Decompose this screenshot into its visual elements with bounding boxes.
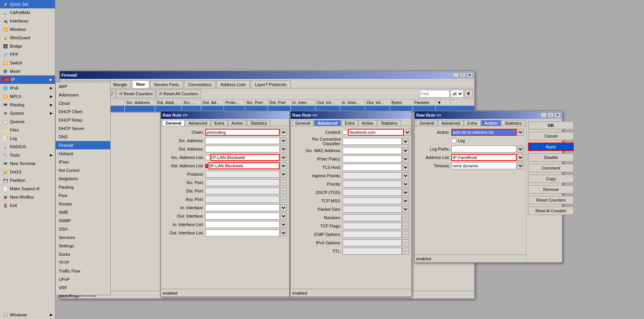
tls-host-input[interactable] <box>343 164 402 171</box>
packet-size-input[interactable] <box>343 206 402 213</box>
src-address-list-dropdown[interactable]: ▼ <box>280 154 287 161</box>
action-input[interactable] <box>451 129 517 136</box>
priority-input[interactable] <box>343 181 402 188</box>
adv-tab-advanced[interactable]: Advanced <box>314 120 341 126</box>
find-dropdown-btn[interactable]: ▼ <box>464 90 473 98</box>
sub-item-kid-control[interactable]: Kid Control <box>56 166 110 175</box>
sub-item-hotspot[interactable]: Hotspot <box>56 149 110 158</box>
sidebar-item-windows[interactable]: 🪟 Windows ▶ <box>0 311 55 319</box>
dscp-input[interactable] <box>343 189 402 196</box>
ok-button[interactable]: OK <box>528 121 574 130</box>
dialog-tab-statistics[interactable]: Statistics <box>247 120 270 126</box>
tcp-flags-dropdown[interactable]: ▼ <box>402 223 409 229</box>
in-interface-list-dropdown[interactable]: ▼ <box>280 221 287 228</box>
action-dropdown[interactable]: ▼ <box>517 129 524 136</box>
find-input[interactable] <box>419 90 450 98</box>
dst-address-dropdown[interactable]: ▼ <box>280 146 287 152</box>
chain-dropdown[interactable]: ▼ <box>280 129 287 136</box>
tab-layer7[interactable]: Layer7 Protocols <box>251 80 291 88</box>
cancel-button[interactable]: Cancel <box>528 132 574 140</box>
remove-button[interactable]: Remove <box>528 185 574 194</box>
tab-mangle[interactable]: Mangle <box>109 80 131 88</box>
reset-counters-btn[interactable]: ↺ Reset Counters <box>116 90 155 98</box>
timeout-dropdown[interactable]: ▼ <box>517 162 524 169</box>
tab-address-lists[interactable]: Address Lists <box>216 80 250 88</box>
log-prefix-dropdown[interactable]: ▼ <box>517 146 524 152</box>
out-interface-input[interactable] <box>205 213 280 220</box>
tcp-mss-dropdown[interactable]: ▼ <box>402 197 409 204</box>
sub-item-neighbors[interactable]: Neighbors <box>56 175 110 183</box>
tab-raw[interactable]: Raw <box>132 80 149 88</box>
act-tab-general[interactable]: General <box>416 120 438 126</box>
sub-item-ssh[interactable]: SSH <box>56 225 110 233</box>
adv-tab-extra[interactable]: Extra <box>341 120 358 126</box>
firewall-maximize-btn[interactable]: □ <box>460 72 466 78</box>
sidebar-item-ipv6[interactable]: 🌐 IPv6 ▶ <box>0 84 55 92</box>
sub-item-web-proxy[interactable]: Web Proxy <box>56 292 110 300</box>
in-interface-dropdown[interactable]: ▼ <box>280 204 287 211</box>
firewall-close-btn[interactable]: ✕ <box>467 72 473 78</box>
sidebar-item-interfaces[interactable]: 🔌 Interfaces <box>0 17 55 25</box>
sub-item-cloud[interactable]: Cloud <box>56 99 110 107</box>
src-address-list-check[interactable] <box>205 155 210 160</box>
src-port-dropdown[interactable]: ▼ <box>280 179 287 186</box>
dialog-tab-advanced[interactable]: Advanced <box>185 120 211 126</box>
sub-item-dns[interactable]: DNS <box>56 133 110 141</box>
tcp-flags-input[interactable] <box>343 223 402 229</box>
comment-button[interactable]: Comment <box>528 164 574 172</box>
sub-item-routes[interactable]: Routes <box>56 200 110 208</box>
icmp-options-input[interactable] <box>343 231 402 238</box>
sidebar-item-mpls[interactable]: 🔀 MPLS ▶ <box>0 92 55 101</box>
random-input[interactable] <box>343 214 402 221</box>
dst-port-input[interactable] <box>205 188 280 194</box>
sidebar-item-ip[interactable]: 155 IP ▶ <box>0 75 55 84</box>
src-address-dropdown[interactable]: ▼ <box>280 137 287 144</box>
ingress-priority-dropdown[interactable]: ▼ <box>402 172 409 179</box>
sidebar-item-bridge[interactable]: 🌉 Bridge <box>0 42 55 50</box>
sub-item-addresses[interactable]: Addresses <box>56 91 110 99</box>
tls-host-dropdown[interactable]: ▼ <box>402 164 409 171</box>
act-tab-extra[interactable]: Extra <box>464 120 481 126</box>
ipsec-policy-input[interactable] <box>343 155 402 162</box>
sidebar-item-mesh[interactable]: 🕸 Mesh <box>0 67 55 75</box>
out-interface-dropdown[interactable]: ▼ <box>280 213 287 220</box>
src-port-input[interactable] <box>205 179 280 186</box>
ipsec-policy-dropdown[interactable]: ▼ <box>402 155 409 162</box>
log-prefix-input[interactable] <box>451 146 517 152</box>
sidebar-item-exit[interactable]: 🚪 Exit <box>0 201 55 210</box>
src-address-input[interactable] <box>205 137 280 144</box>
dialog-tab-general[interactable]: General <box>162 120 185 126</box>
src-mac-dropdown[interactable]: ▼ <box>402 147 409 154</box>
sidebar-item-routing[interactable]: 🗺 Routing ▶ <box>0 101 55 109</box>
tab-connections[interactable]: Connections <box>184 80 216 88</box>
sub-item-dhcp-client[interactable]: DHCP Client <box>56 107 110 116</box>
any-port-dropdown[interactable]: ▼ <box>280 196 287 203</box>
sidebar-item-radius[interactable]: 📡 RADIUS <box>0 143 55 151</box>
in-interface-input[interactable] <box>205 204 280 211</box>
priority-dropdown[interactable]: ▼ <box>402 181 409 188</box>
copy-button[interactable]: Copy <box>528 175 574 183</box>
action-dialog-minimize-btn[interactable]: _ <box>541 112 547 118</box>
icmp-options-dropdown[interactable]: ▼ <box>402 231 409 238</box>
sub-item-socks[interactable]: Socks <box>56 250 110 258</box>
protocol-dropdown[interactable]: ▼ <box>280 171 287 178</box>
disable-button[interactable]: Disable <box>528 153 574 162</box>
dialog-tab-action[interactable]: Action <box>228 120 247 126</box>
packet-size-dropdown[interactable]: ▼ <box>402 206 409 213</box>
per-conn-dropdown[interactable]: ▼ <box>402 138 409 145</box>
sub-item-pool[interactable]: Pool <box>56 191 110 200</box>
sidebar-item-queues[interactable]: 📋 Queues <box>0 117 55 126</box>
sidebar-item-wireless[interactable]: 📶 Wireless <box>0 25 55 34</box>
ttl-dropdown[interactable]: ▼ <box>402 248 409 255</box>
dst-address-list-dropdown[interactable]: ▼ <box>280 162 287 169</box>
adv-tab-action[interactable]: Action <box>358 120 377 126</box>
firewall-minimize-btn[interactable]: _ <box>453 72 459 78</box>
ipv4-options-input[interactable] <box>343 239 402 246</box>
sidebar-item-system[interactable]: ⚙ System ▶ <box>0 109 55 117</box>
chain-input[interactable] <box>205 129 280 136</box>
sidebar-item-log[interactable]: 📝 Log <box>0 134 55 143</box>
in-interface-list-input[interactable] <box>205 221 280 228</box>
sub-item-services[interactable]: Services <box>56 233 110 242</box>
dst-address-input[interactable] <box>205 146 280 152</box>
tcp-mss-input[interactable] <box>343 197 402 204</box>
